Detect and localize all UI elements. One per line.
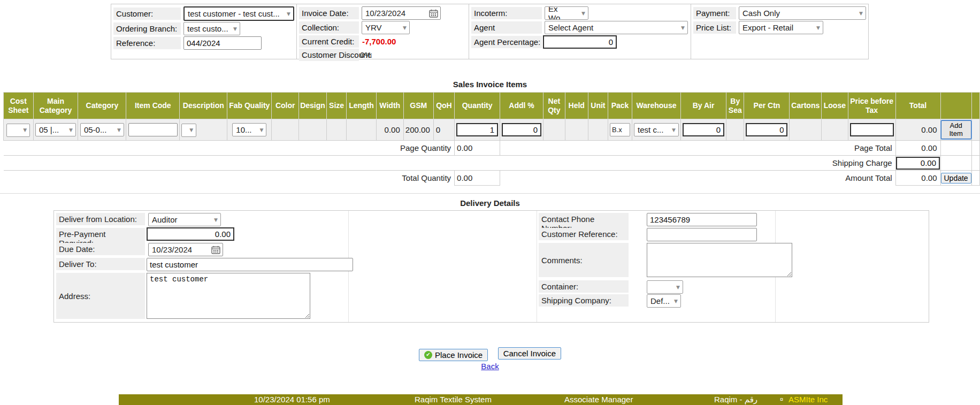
customer-box: Customer: test customer - test cust... ▼… [111, 4, 297, 59]
shipping-company-select[interactable]: Def... ▼ [647, 294, 681, 308]
held-cell [565, 119, 588, 141]
deliver-to-label: Deliver To: [56, 258, 145, 270]
col-actions [940, 93, 971, 119]
col-width: Width [376, 93, 403, 119]
invoice-date-input[interactable]: 10/23/2024 [362, 6, 441, 20]
deliver-from-location-select[interactable]: Auditor ▼ [148, 213, 221, 226]
size-cell [326, 119, 346, 141]
col-quantity: Quantity [455, 93, 500, 119]
back-link[interactable]: Back [481, 362, 499, 371]
address-textarea[interactable]: test customer [147, 273, 310, 319]
pack-select[interactable]: B.x [610, 123, 630, 136]
total-quantity-label: Total Quantity [4, 171, 455, 186]
col-unit: Unit [588, 93, 608, 119]
chevron-down-icon: ▼ [581, 11, 585, 16]
footer-bar: 10/23/2024 01:56 pm Raqim Textile System… [119, 394, 843, 405]
fab-quality-select[interactable]: 10...▼ [232, 123, 266, 136]
calendar-icon[interactable] [429, 9, 438, 18]
pre-payment-input[interactable] [147, 227, 234, 241]
collection-label: Collection: [299, 21, 359, 34]
customer-reference-input[interactable] [647, 228, 757, 241]
delivery-details-title: Delivery Details [0, 198, 980, 208]
payment-box: Payment: Cash Only ▼ Price List: Export … [691, 4, 869, 59]
col-pack: Pack [608, 93, 632, 119]
description-select[interactable]: ▼ [181, 124, 196, 137]
col-category: Category [78, 93, 126, 119]
chevron-down-icon: ▼ [189, 127, 193, 133]
cancel-invoice-button[interactable]: Cancel Invoice [498, 347, 561, 360]
chevron-down-icon: ▼ [681, 25, 685, 30]
agent-percentage-input[interactable] [543, 35, 617, 49]
check-icon: ✔ [424, 351, 432, 359]
amount-total-value: 0.00 [895, 171, 940, 186]
col-held: Held [565, 93, 588, 119]
col-total: Total [895, 93, 940, 119]
col-addl-pct: Addl % [500, 93, 543, 119]
warehouse-select[interactable]: test c...▼ [634, 123, 679, 136]
reference-input[interactable] [183, 36, 262, 50]
footer-company-link[interactable]: ASMIte Inc [788, 395, 828, 404]
invoice-date-label: Invoice Date: [299, 7, 359, 19]
col-by-sea: By Sea [726, 93, 744, 119]
color-cell [272, 119, 299, 141]
chevron-down-icon: ▼ [674, 299, 678, 304]
agent-box: Incoterm: Ex Wo... ▼ Agent Select Agent … [469, 4, 691, 59]
customer-label: Customer: [113, 7, 181, 20]
chevron-down-icon: ▼ [287, 11, 290, 17]
ordering-branch-label: Ordering Branch: [113, 22, 181, 35]
customer-select[interactable]: test customer - test cust... ▼ [183, 6, 294, 21]
col-description: Description [180, 93, 227, 119]
category-select[interactable]: 05-0...▼ [80, 123, 124, 136]
agent-select[interactable]: Select Agent ▼ [545, 21, 688, 34]
calendar-icon[interactable] [211, 246, 220, 254]
col-loose: Loose [822, 93, 848, 119]
collection-select[interactable]: YRV ▼ [362, 21, 410, 34]
main-category-select[interactable]: 05 |...▼ [35, 123, 76, 136]
unit-cell [588, 119, 608, 141]
container-label: Container: [539, 280, 629, 293]
length-cell [347, 119, 376, 141]
shipping-charge-row: Shipping Charge [4, 156, 980, 171]
chevron-down-icon: ▼ [676, 285, 680, 290]
ordering-branch-select[interactable]: test custo... ▼ [183, 22, 240, 35]
by-air-input[interactable] [683, 123, 724, 136]
cost-sheet-select[interactable]: ▼ [6, 124, 30, 137]
footer-domain: textile.march7.group [862, 395, 935, 404]
col-cost-sheet: Cost Sheet [4, 93, 34, 119]
loose-cell [822, 119, 848, 141]
col-design: Design [299, 93, 327, 119]
due-date-input[interactable]: 10/23/2024 [148, 243, 223, 256]
footer-timestamp: 10/23/2024 01:56 pm [254, 395, 330, 404]
shipping-charge-input[interactable] [896, 157, 940, 170]
col-per-ctn: Per Ctn [744, 93, 790, 119]
comments-textarea[interactable] [647, 243, 792, 277]
total-quantity-value: 0.00 [455, 171, 500, 186]
customer-reference-label: Customer Reference: [539, 228, 629, 240]
contact-phone-input[interactable] [647, 213, 757, 226]
page-quantity-label: Page Quantity [4, 141, 455, 156]
payment-select[interactable]: Cash Only ▼ [739, 6, 866, 20]
chevron-down-icon: ▼ [816, 25, 820, 30]
agent-label: Agent [471, 21, 542, 34]
quantity-input[interactable] [456, 123, 498, 136]
update-button[interactable]: Update [941, 173, 971, 184]
deliver-to-input[interactable] [147, 258, 353, 271]
price-list-select[interactable]: Export - Retail ▼ [739, 21, 823, 34]
page-quantity-value: 0.00 [455, 141, 500, 156]
sales-invoice-items-table: Cost Sheet Main Category Category Item C… [3, 92, 980, 186]
col-warehouse: Warehouse [632, 93, 681, 119]
place-invoice-button[interactable]: ✔ Place Invoice [419, 349, 488, 361]
chevron-down-icon: ▼ [672, 127, 676, 133]
shipping-charge-label: Shipping Charge [4, 156, 896, 171]
per-ctn-input[interactable] [746, 123, 787, 136]
add-item-button[interactable]: Add Item [941, 120, 971, 139]
chevron-down-icon: ▼ [859, 11, 863, 16]
addl-pct-input[interactable] [502, 123, 541, 136]
container-select[interactable]: ▼ [647, 280, 683, 294]
chevron-down-icon: ▼ [403, 25, 407, 30]
price-before-tax-input[interactable] [850, 123, 894, 136]
incoterm-select[interactable]: Ex Wo... ▼ [545, 6, 588, 20]
reference-label: Reference: [113, 37, 181, 49]
payment-label: Payment: [693, 7, 736, 19]
item-code-input[interactable] [128, 123, 178, 136]
